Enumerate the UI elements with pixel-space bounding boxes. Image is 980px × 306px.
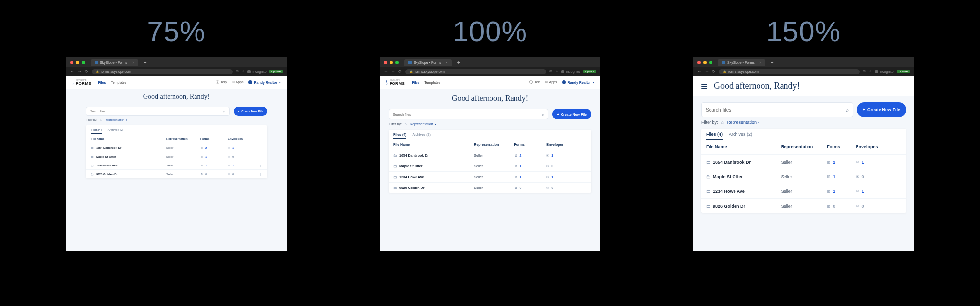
filter-representation[interactable]: Representation ▾ [105,118,128,121]
nav-forward-icon[interactable]: → [391,69,395,74]
window-minimize-icon[interactable] [390,61,393,64]
nav-files[interactable]: Files [98,81,106,84]
row-menu-icon[interactable]: ⋮ [579,165,587,168]
extensions-icon[interactable]: ⊞ [863,70,866,73]
apps-link[interactable]: ⊞ Apps [545,80,557,84]
nav-forward-icon[interactable]: → [77,69,82,74]
table-row[interactable]: 🗀1654 Danbrook DrSeller🗎2✉1⋮ [86,143,267,152]
nav-templates[interactable]: Templates [111,81,126,84]
nav-reload-icon[interactable]: ⟳ [85,69,89,74]
browser-tab[interactable]: SkySlope • Forms × [404,59,452,66]
window-minimize-icon[interactable] [76,61,79,64]
nav-templates[interactable]: Templates [424,81,440,84]
user-menu[interactable]: Randy Realtor ▾ [562,80,594,84]
row-menu-icon[interactable]: ⋮ [893,160,901,165]
tab-archives[interactable]: Archives (2) [108,128,123,134]
nav-back-icon[interactable]: ← [70,69,74,74]
search-input[interactable]: ⌕ [701,102,853,117]
row-menu-icon[interactable]: ⋮ [579,175,587,179]
apps-link[interactable]: ⊞ Apps [232,80,244,84]
tab-files[interactable]: Files (4) [706,132,723,140]
browser-tab[interactable]: SkySlope • Forms × [718,59,765,66]
home-icon[interactable]: ⌂ [721,120,724,125]
bookmark-icon[interactable]: ☆ [869,70,872,73]
nav-reload-icon[interactable]: ⟳ [712,69,716,74]
bookmark-icon[interactable]: ☆ [242,70,245,73]
table-row[interactable]: 🗀1234 Howe AveSeller🗎1✉1⋮ [86,161,267,169]
extensions-icon[interactable]: ⊞ [549,70,552,73]
search-icon[interactable]: ⌕ [223,110,225,113]
window-maximize-icon[interactable] [82,61,85,64]
extensions-icon[interactable]: ⊞ [236,70,239,73]
table-row[interactable]: 🗀9826 Golden DrSeller🗎0✉0⋮ [86,169,267,178]
table-row[interactable]: 🗀1654 Danbrook DrSeller🗎2✉1⋮ [701,154,906,169]
app-logo[interactable]: ⟆ SKYSLOPE FORMS [72,79,91,86]
row-menu-icon[interactable]: ⋮ [255,155,262,158]
table-row[interactable]: 🗀1234 Howe AveSeller🗎1✉1⋮ [389,171,591,182]
row-menu-icon[interactable]: ⋮ [255,146,262,149]
window-maximize-icon[interactable] [395,61,399,64]
window-close-icon[interactable] [384,61,387,64]
row-menu-icon[interactable]: ⋮ [255,164,262,167]
create-file-button[interactable]: + Create New File [552,109,591,119]
search-input-field[interactable] [393,113,542,116]
table-row[interactable]: 🗀1654 Danbrook DrSeller🗎2✉1⋮ [389,150,591,161]
search-input[interactable]: ⌕ [86,107,230,116]
user-menu[interactable]: Randy Realtor ▾ [248,80,281,84]
tab-files[interactable]: Files (4) [91,128,102,134]
create-file-button[interactable]: + Create New File [234,107,267,116]
tab-files[interactable]: Files (4) [393,133,406,139]
nav-forward-icon[interactable]: → [705,69,709,74]
url-field[interactable]: 🔒 forms.skyslope.com [719,69,860,74]
tab-archives[interactable]: Archives (2) [729,132,752,140]
search-input-field[interactable] [90,110,223,113]
row-menu-icon[interactable]: ⋮ [893,204,901,209]
table-row[interactable]: 🗀Maple St OfferSeller🗎1✉0⋮ [389,161,591,171]
new-tab-icon[interactable]: + [144,60,147,65]
search-icon[interactable]: ⌕ [542,113,544,116]
nav-back-icon[interactable]: ← [697,69,702,74]
search-icon[interactable]: ⌕ [846,107,849,113]
search-input-field[interactable] [706,107,846,113]
browser-update-button[interactable]: Update [270,70,283,73]
search-input[interactable]: ⌕ [389,109,548,119]
row-menu-icon[interactable]: ⋮ [893,189,901,194]
browser-update-button[interactable]: Update [897,70,910,73]
new-tab-icon[interactable]: + [457,60,460,65]
table-row[interactable]: 🗀1234 Howe AveSeller🗎1✉1⋮ [701,184,906,198]
row-menu-icon[interactable]: ⋮ [255,172,262,176]
tab-close-icon[interactable]: × [760,61,761,64]
row-menu-icon[interactable]: ⋮ [579,186,587,190]
browser-tab[interactable]: SkySlope • Forms × [91,59,138,66]
filter-representation[interactable]: Representation ▾ [727,120,760,125]
row-menu-icon[interactable]: ⋮ [579,154,587,158]
table-row[interactable]: 🗀Maple St OfferSeller🗎1✉0⋮ [86,152,267,161]
window-close-icon[interactable] [697,61,701,64]
app-logo[interactable]: ⟆ SKYSLOPE FORMS [386,79,405,86]
table-row[interactable]: 🗀9826 Golden DrSeller🗎0✉0⋮ [389,182,591,193]
help-link[interactable]: ⓘ Help [529,80,540,85]
tab-archives[interactable]: Archives (2) [412,133,430,139]
window-close-icon[interactable] [70,61,74,64]
tab-close-icon[interactable]: × [446,61,448,64]
nav-files[interactable]: Files [412,81,419,84]
bookmark-icon[interactable]: ☆ [555,70,558,73]
new-tab-icon[interactable]: + [771,60,774,65]
window-maximize-icon[interactable] [709,61,712,64]
browser-update-button[interactable]: Update [583,70,596,73]
filter-representation[interactable]: Representation ▾ [410,122,436,126]
create-file-button[interactable]: + Create New File [857,102,906,117]
nav-back-icon[interactable]: ← [384,69,388,74]
window-minimize-icon[interactable] [703,61,707,64]
tab-close-icon[interactable]: × [132,61,134,64]
table-row[interactable]: 🗀9826 Golden DrSeller🗎0✉0⋮ [701,198,906,213]
help-link[interactable]: ⓘ Help [216,80,227,85]
url-field[interactable]: 🔒 forms.skyslope.com [405,69,546,74]
table-row[interactable]: 🗀Maple St OfferSeller🗎1✉0⋮ [701,169,906,184]
row-menu-icon[interactable]: ⋮ [893,174,901,179]
home-icon[interactable]: ⌂ [100,118,102,121]
nav-reload-icon[interactable]: ⟳ [398,69,402,74]
url-field[interactable]: 🔒 forms.skyslope.com [92,69,233,74]
home-icon[interactable]: ⌂ [405,122,407,126]
hamburger-menu-icon[interactable] [701,84,707,89]
